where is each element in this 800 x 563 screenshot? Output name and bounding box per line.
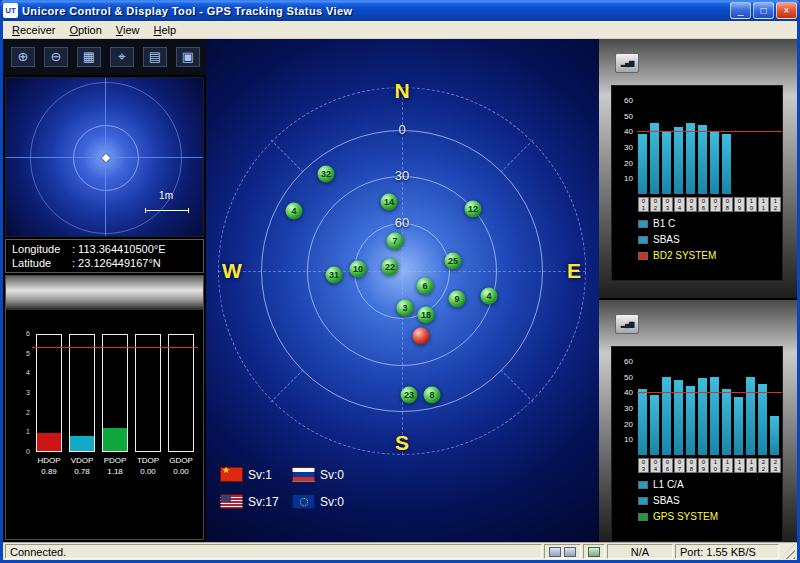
elevation-ring-label-60: 60 — [395, 215, 409, 230]
network-icon — [588, 547, 600, 557]
longitude-value: : 113.364410500°E — [72, 243, 166, 255]
signal-bar-18 — [746, 377, 755, 455]
satellite-4[interactable]: 4 — [481, 288, 498, 305]
zoom-in-icon: ⊕ — [18, 49, 29, 65]
snapshot-button[interactable]: ▣ — [176, 47, 200, 67]
menu-item-view[interactable]: View — [109, 22, 147, 38]
prn-label-14: 1 4 — [734, 458, 745, 473]
satellite-14[interactable]: 14 — [381, 194, 398, 211]
elevation-ring-label-0: 0 — [398, 122, 405, 137]
bd2-signal-chart: 6050403020100 10 20 30 40 50 60 70 80 91… — [611, 85, 783, 281]
legend-label: L1 C/A — [653, 479, 684, 490]
satellite-12[interactable]: 12 — [465, 201, 482, 218]
legend-swatch-icon — [638, 513, 648, 521]
prn-label-11: 1 1 — [758, 197, 769, 212]
satellite-31[interactable]: 31 — [326, 267, 343, 284]
satellite-3[interactable]: 3 — [397, 300, 414, 317]
china-flag-icon: ★ — [220, 467, 243, 482]
constellation-count-usa: Sv:17 — [220, 494, 286, 509]
pan-view-button[interactable]: ▦ — [77, 47, 101, 67]
close-icon: × — [784, 6, 790, 16]
satellite-22[interactable]: 22 — [382, 259, 399, 276]
signal-axis-tick-20: 20 — [612, 159, 633, 168]
center-target-button[interactable]: ⌖ — [110, 47, 134, 67]
satellite-23[interactable]: 23 — [401, 387, 418, 404]
device-icon — [549, 547, 561, 557]
minimize-button[interactable]: _ — [730, 2, 751, 19]
zoom-out-button[interactable]: ⊖ — [44, 47, 68, 67]
legend-gps-system: GPS SYSTEM — [638, 511, 718, 522]
satellite-32[interactable]: 32 — [318, 166, 335, 183]
network-indicator-panel — [583, 544, 605, 559]
satellite-10[interactable]: 10 — [350, 261, 367, 278]
bar-chart-icon: ▂▄▆ — [621, 320, 634, 328]
main-area: ⊕⊖▦⌖▤▣ 1m Longitude: 113.364410500°E Lat… — [3, 39, 797, 542]
close-button[interactable]: × — [776, 2, 797, 19]
satellite-9[interactable]: 9 — [449, 291, 466, 308]
prn-label-09: 0 9 — [698, 458, 709, 473]
satellite-18[interactable]: 18 — [418, 307, 435, 324]
legend-sbas: SBAS — [638, 495, 718, 506]
china-star: ★ — [222, 465, 230, 475]
gps-signal-chart: 6050403020100 30 40 60 70 80 91 01 21 41… — [611, 346, 783, 542]
signal-bar-10 — [710, 377, 719, 455]
dop-axis-tick-2: 2 — [14, 409, 30, 416]
legend-sbas: SBAS — [638, 234, 716, 245]
usa-canton — [221, 495, 231, 502]
signal-bar-22 — [758, 384, 767, 455]
menu-item-option[interactable]: Option — [62, 22, 108, 38]
prn-label-22: 2 2 — [758, 458, 769, 473]
report-icon: ▤ — [149, 49, 161, 65]
signal-chart-icon-button[interactable]: ▂▄▆ — [615, 53, 639, 73]
menu-item-help[interactable]: Help — [147, 22, 184, 38]
satellite-6[interactable]: 6 — [417, 278, 434, 295]
prn-label-07: 0 7 — [674, 458, 685, 473]
prn-label-12: 1 2 — [770, 197, 781, 212]
dop-fill-pdop — [103, 428, 127, 451]
dop-gauge-vdop — [69, 334, 95, 452]
dop-threshold-line — [32, 347, 198, 348]
signal-bar-09 — [698, 378, 707, 455]
prn-label-09: 0 9 — [734, 197, 745, 212]
signal-axis-tick-60: 60 — [612, 96, 633, 105]
pan-view-icon: ▦ — [83, 49, 95, 65]
usa-flag-icon — [220, 494, 243, 509]
title-bar[interactable]: UT Unicore Control & Display Tool - GPS … — [0, 0, 800, 21]
signal-bar-04 — [674, 127, 683, 194]
legend-label: GPS SYSTEM — [653, 511, 718, 522]
satellite-7[interactable]: 7 — [387, 233, 404, 250]
maximize-button[interactable]: □ — [753, 2, 774, 19]
satellite-8[interactable]: 8 — [424, 387, 441, 404]
signal-chart-icon-button[interactable]: ▂▄▆ — [615, 314, 639, 334]
menu-bar: ReceiverOptionViewHelp — [3, 21, 797, 39]
signal-bar-08 — [686, 386, 695, 455]
signal-threshold-line — [637, 392, 783, 393]
dop-axis-tick-6: 6 — [14, 330, 30, 337]
constellation-legend: ★Sv:1Sv:0Sv:17Sv:0 — [220, 467, 344, 509]
window-controls: _ □ × — [730, 2, 797, 19]
report-button[interactable]: ▤ — [143, 47, 167, 67]
signal-bar-03 — [662, 131, 671, 194]
eu-flag-icon — [292, 494, 315, 509]
signal-legend: L1 C/ASBASGPS SYSTEM — [638, 479, 718, 527]
sv-count-label: Sv:0 — [320, 495, 344, 509]
longitude-label: Longitude — [12, 242, 72, 256]
satellite-bd2[interactable] — [413, 328, 430, 345]
legend-swatch-icon — [638, 497, 648, 505]
prn-label-07: 0 7 — [710, 197, 721, 212]
menu-item-receiver[interactable]: Receiver — [5, 22, 62, 38]
zoom-in-button[interactable]: ⊕ — [11, 47, 35, 67]
legend-label: B1 C — [653, 218, 675, 229]
prn-label-23: 2 3 — [770, 458, 781, 473]
dop-axis-tick-3: 3 — [14, 389, 30, 396]
signal-axis-tick-60: 60 — [612, 357, 633, 366]
satellite-25[interactable]: 25 — [445, 253, 462, 270]
legend-swatch-icon — [638, 252, 648, 260]
signal-threshold-line — [637, 131, 783, 132]
prn-label-10: 1 0 — [710, 458, 721, 473]
satellite-4[interactable]: 4 — [286, 203, 303, 220]
signal-legend: B1 CSBASBD2 SYSTEM — [638, 218, 716, 266]
gps-signal-panel: ▂▄▆6050403020100 30 40 60 70 80 91 01 21… — [599, 300, 797, 542]
resize-grip[interactable] — [781, 544, 795, 559]
window-title: Unicore Control & Display Tool - GPS Tra… — [22, 5, 730, 17]
